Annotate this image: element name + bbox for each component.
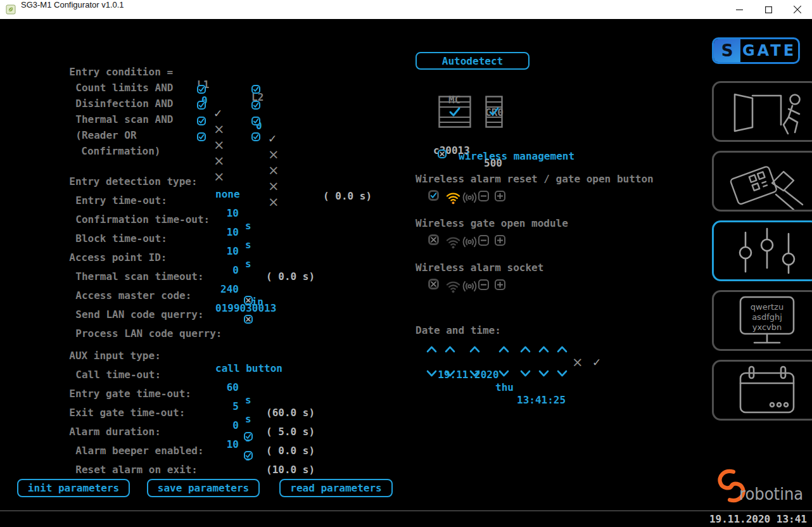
wifi-icon bbox=[445, 190, 461, 205]
minute-down-arrow[interactable] bbox=[538, 370, 549, 378]
remove-device-button[interactable] bbox=[478, 191, 489, 201]
door-person-icon bbox=[714, 83, 812, 140]
minimize-button[interactable] bbox=[725, 0, 754, 19]
hour-up-arrow[interactable] bbox=[520, 345, 531, 353]
add-device-button[interactable] bbox=[495, 279, 505, 290]
month-down-arrow[interactable] bbox=[445, 370, 455, 378]
l1-checkbox[interactable] bbox=[197, 101, 206, 110]
keyboard-line-2: asdfghj bbox=[752, 312, 782, 322]
reset-alarm-label: Reset alarm on exit: bbox=[69, 464, 198, 476]
wireless-section-title: Wireless alarm reset / gate open button bbox=[416, 173, 654, 186]
l1-checkbox[interactable] bbox=[197, 132, 206, 141]
wireless-section-title: Wireless alarm socket bbox=[416, 262, 543, 274]
sgate-logo-gate: GATE bbox=[740, 39, 798, 62]
wireless-enabled-checkbox[interactable] bbox=[428, 190, 439, 201]
broadcast-icon bbox=[461, 190, 478, 205]
remove-device-button[interactable] bbox=[478, 235, 489, 246]
wireless-management-checkbox[interactable] bbox=[438, 149, 447, 158]
l2-checkbox[interactable] bbox=[251, 132, 260, 141]
process-lan-checkbox[interactable] bbox=[244, 315, 253, 324]
datetime-cancel-icon[interactable]: × bbox=[572, 356, 583, 369]
card-hand-icon bbox=[714, 153, 812, 210]
add-device-button[interactable] bbox=[495, 191, 505, 201]
sgate-logo-s: S bbox=[714, 39, 740, 62]
tab-entry-exit[interactable] bbox=[712, 81, 812, 142]
wireless-enabled-checkbox[interactable] bbox=[428, 279, 439, 289]
weekday-down-arrow[interactable] bbox=[498, 370, 509, 378]
send-lan-checkbox[interactable] bbox=[244, 296, 253, 305]
close-button[interactable] bbox=[783, 0, 812, 19]
l1-checkbox[interactable] bbox=[197, 117, 206, 125]
second-down-arrow[interactable] bbox=[557, 370, 568, 378]
maximize-button[interactable] bbox=[754, 0, 783, 19]
condition-row-reader: (Reader OR × × bbox=[57, 117, 336, 130]
time-value: 13:41:25 bbox=[517, 394, 566, 407]
calendar-icon bbox=[714, 362, 812, 419]
year-down-arrow[interactable] bbox=[469, 370, 480, 378]
minute-up-arrow[interactable] bbox=[538, 345, 549, 353]
broadcast-icon bbox=[461, 234, 478, 250]
robotina-brand-text: robotina bbox=[739, 484, 803, 504]
mc-device-icon bbox=[438, 96, 471, 128]
sliders-icon bbox=[714, 222, 812, 279]
alarm-beeper-checkbox[interactable] bbox=[244, 432, 253, 441]
device-header-row: MC CR0 bbox=[416, 81, 542, 119]
l2-checkbox[interactable] bbox=[251, 85, 260, 94]
footer-datetime: 19.11.2020 13:41 bbox=[709, 513, 807, 525]
weekday-value: thu bbox=[495, 381, 514, 394]
day-up-arrow[interactable] bbox=[426, 345, 437, 353]
wireless-management-label: wireless management bbox=[459, 150, 574, 163]
l1-checkbox[interactable] bbox=[197, 85, 206, 94]
datetime-label: Date and time: bbox=[416, 324, 501, 337]
add-device-button[interactable] bbox=[495, 235, 505, 246]
year-up-arrow[interactable] bbox=[469, 345, 480, 353]
entry-condition-header: Entry condition = L1 L2 bbox=[57, 53, 336, 67]
app-icon bbox=[6, 4, 16, 15]
tab-settings[interactable] bbox=[712, 220, 812, 281]
wireless-enabled-checkbox[interactable] bbox=[428, 234, 439, 245]
second-up-arrow[interactable] bbox=[557, 345, 568, 353]
footer-divider bbox=[0, 511, 812, 511]
autodetect-button[interactable]: Autodetect bbox=[416, 52, 530, 70]
l2-cross-icon: × bbox=[268, 148, 279, 161]
save-parameters-button[interactable]: save parameters bbox=[147, 479, 260, 497]
hour-down-arrow[interactable] bbox=[520, 370, 531, 378]
tab-keyboard[interactable]: qwertzu asdfghj yxcvbn bbox=[712, 290, 812, 351]
read-parameters-button[interactable]: read parameters bbox=[279, 479, 393, 497]
reset-alarm-checkbox[interactable] bbox=[244, 451, 253, 460]
datetime-row: 19.11.2020 thu 13:41:25 × ✓ bbox=[426, 356, 628, 432]
tab-card-reader[interactable] bbox=[712, 151, 812, 212]
day-down-arrow[interactable] bbox=[426, 370, 437, 378]
month-up-arrow[interactable] bbox=[445, 345, 455, 353]
titlebar: SG3-M1 Configurator v1.0.1 bbox=[0, 0, 812, 19]
keyboard-monitor-icon: qwertzu asdfghj yxcvbn bbox=[714, 292, 812, 349]
condition-row-thermal: Thermal scan AND × × bbox=[57, 101, 336, 115]
datetime-apply-icon[interactable]: ✓ bbox=[592, 356, 601, 369]
broadcast-icon bbox=[461, 279, 478, 294]
wifi-icon bbox=[445, 234, 461, 250]
l2-checkbox[interactable] bbox=[251, 117, 260, 125]
tab-calendar[interactable] bbox=[712, 360, 812, 421]
wireless-section-title: Wireless gate open module bbox=[416, 217, 568, 230]
condition-row-disinfection: Disinfection AND × × bbox=[57, 85, 336, 99]
l2-checkbox[interactable] bbox=[251, 101, 260, 110]
remove-device-button[interactable] bbox=[478, 279, 489, 290]
init-parameters-button[interactable]: init parameters bbox=[17, 479, 130, 497]
weekday-up-arrow[interactable] bbox=[498, 345, 509, 353]
keyboard-line-1: qwertzu bbox=[751, 302, 783, 312]
sgate-logo: S GATE bbox=[712, 37, 800, 64]
keyboard-line-3: yxcvbn bbox=[752, 322, 782, 332]
count-limits-row: Count limits AND 0 ✓ 0 ✓ bbox=[57, 69, 336, 83]
window-title: SG3-M1 Configurator v1.0.1 bbox=[21, 0, 124, 10]
condition-row-confirmation: Confirmation) × × bbox=[57, 132, 336, 146]
cr0-device-icon bbox=[485, 96, 503, 128]
condition-label: Confirmation) bbox=[69, 145, 160, 157]
wifi-icon bbox=[445, 279, 461, 294]
